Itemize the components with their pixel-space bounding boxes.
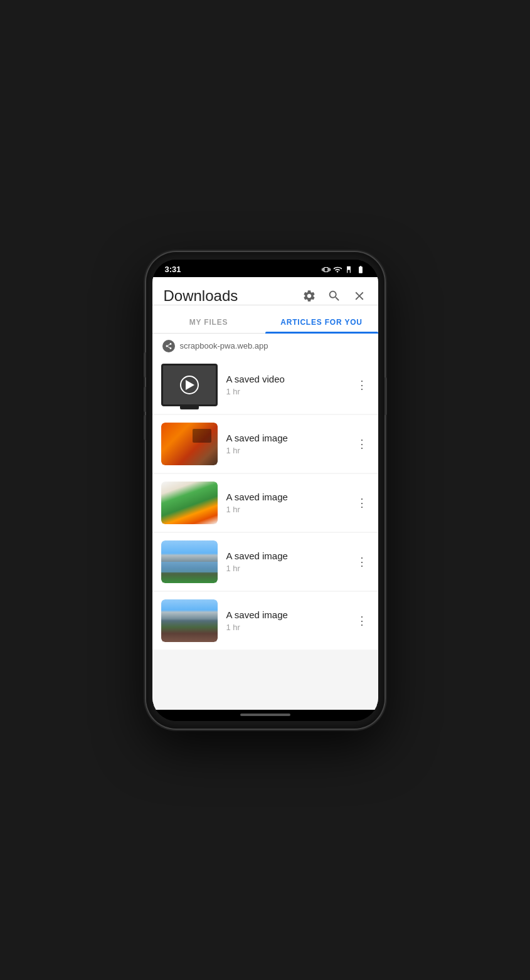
list-item[interactable]: A saved image 1 hr ⋮ xyxy=(152,474,378,532)
search-button[interactable] xyxy=(327,288,342,303)
thumb-food xyxy=(161,482,218,524)
card-5: A saved image 1 hr ⋮ xyxy=(152,592,378,650)
phone-screen: 3:31 xyxy=(152,260,378,721)
vibrate-icon xyxy=(322,265,331,274)
status-bar: 3:31 xyxy=(152,260,378,277)
item-title: A saved image xyxy=(226,433,346,443)
play-button-icon xyxy=(180,376,199,394)
card-2: A saved image 1 hr ⋮ xyxy=(152,415,378,473)
signal-icon xyxy=(344,265,353,274)
item-title: A saved image xyxy=(226,492,346,502)
source-name: scrapbook-pwa.web.app xyxy=(180,341,268,350)
phone-frame: 3:31 xyxy=(146,252,384,729)
status-time: 3:31 xyxy=(165,265,181,274)
status-icons xyxy=(322,265,366,274)
item-info: A saved image 1 hr xyxy=(226,551,346,573)
item-menu-button[interactable]: ⋮ xyxy=(354,555,369,569)
source-icon xyxy=(162,340,175,352)
image-thumbnail-5 xyxy=(161,599,218,642)
item-title: A saved video xyxy=(226,374,346,384)
settings-button[interactable] xyxy=(302,288,317,303)
image-thumbnail-3 xyxy=(161,482,218,524)
close-button[interactable] xyxy=(352,288,367,303)
item-menu-button[interactable]: ⋮ xyxy=(354,437,369,451)
page-title: Downloads xyxy=(164,287,238,305)
wifi-icon xyxy=(333,265,342,274)
item-title: A saved image xyxy=(226,551,346,561)
tab-articles-for-you[interactable]: ARTICLES FOR YOU xyxy=(265,310,378,333)
item-menu-button[interactable]: ⋮ xyxy=(354,614,369,628)
thumb-landscape xyxy=(161,540,218,583)
thumb-orange xyxy=(161,423,218,465)
list-item[interactable]: A saved image 1 hr ⋮ xyxy=(152,533,378,591)
tab-bar: MY FILES ARTICLES FOR YOU xyxy=(152,310,378,334)
tab-my-files[interactable]: MY FILES xyxy=(152,310,265,333)
app-content: Downloads xyxy=(152,277,378,710)
item-info: A saved image 1 hr xyxy=(226,609,346,632)
header-icons xyxy=(302,288,367,303)
thumb-city xyxy=(161,599,218,642)
item-info: A saved image 1 hr xyxy=(226,492,346,514)
card-4: A saved image 1 hr ⋮ xyxy=(152,533,378,591)
play-triangle xyxy=(186,380,194,390)
list-item[interactable]: A saved image 1 hr ⋮ xyxy=(152,592,378,650)
card-3: A saved image 1 hr ⋮ xyxy=(152,474,378,532)
item-meta: 1 hr xyxy=(226,564,346,573)
item-title: A saved image xyxy=(226,609,346,620)
item-meta: 1 hr xyxy=(226,387,346,396)
item-menu-button[interactable]: ⋮ xyxy=(354,496,369,510)
video-thumbnail xyxy=(161,364,218,406)
battery-icon xyxy=(356,265,366,274)
home-indicator xyxy=(240,714,290,716)
item-meta: 1 hr xyxy=(226,505,346,514)
item-info: A saved video 1 hr xyxy=(226,374,346,396)
image-thumbnail-4 xyxy=(161,540,218,583)
source-row: scrapbook-pwa.web.app xyxy=(152,334,378,356)
item-meta: 1 hr xyxy=(226,446,346,455)
app-header: Downloads xyxy=(152,277,378,305)
card-1: A saved video 1 hr ⋮ xyxy=(152,356,378,414)
image-thumbnail-2 xyxy=(161,423,218,465)
item-meta: 1 hr xyxy=(226,623,346,632)
list-item[interactable]: A saved video 1 hr ⋮ xyxy=(152,356,378,414)
home-bar xyxy=(152,710,378,721)
item-menu-button[interactable]: ⋮ xyxy=(354,378,369,392)
list-item[interactable]: A saved image 1 hr ⋮ xyxy=(152,415,378,473)
content-list: A saved video 1 hr ⋮ xyxy=(152,356,378,710)
item-info: A saved image 1 hr xyxy=(226,433,346,455)
